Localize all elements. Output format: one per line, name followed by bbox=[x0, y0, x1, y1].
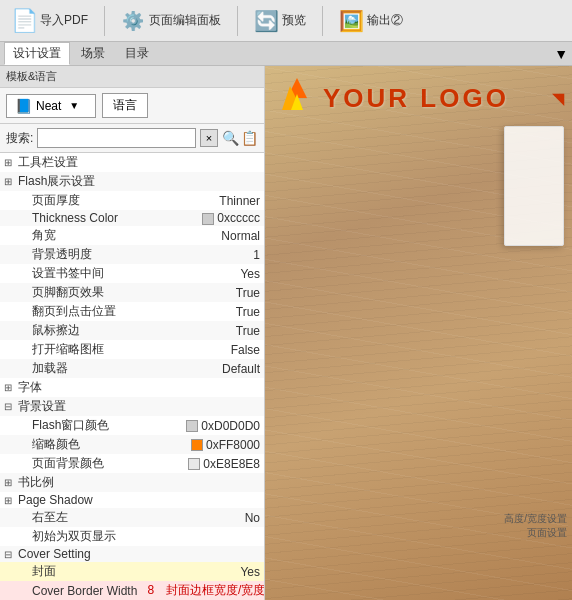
toolbar-settings-group[interactable]: ⊞ 工具栏设置 bbox=[0, 153, 264, 172]
font-group[interactable]: ⊞ 字体 bbox=[0, 378, 264, 397]
footer-effect-item[interactable]: 页脚翻页效果 True bbox=[0, 283, 264, 302]
import-pdf-label: 导入PDF bbox=[40, 12, 88, 29]
expand-icon: ⊞ bbox=[4, 495, 18, 506]
page-preview-area bbox=[504, 126, 564, 246]
page-thickness-item[interactable]: 页面厚度 Thinner bbox=[0, 191, 264, 210]
template-icon: 📘 bbox=[15, 98, 32, 114]
tab-scene[interactable]: 场景 bbox=[72, 42, 114, 65]
preview-icon: 🔄 bbox=[254, 9, 278, 33]
two-page-item[interactable]: 初始为双页显示 bbox=[0, 527, 264, 546]
open-thumb-item[interactable]: 打开缩略图框 False bbox=[0, 340, 264, 359]
preview-button[interactable]: 🔄 预览 bbox=[248, 7, 312, 35]
expand-icon: ⊟ bbox=[4, 401, 18, 412]
tree-area[interactable]: ⊞ 工具栏设置 ⊞ Flash展示设置 页面厚度 Thinner Thickne… bbox=[0, 153, 264, 600]
thickness-color-item[interactable]: Thickness Color 0xccccc bbox=[0, 210, 264, 226]
logo-flame-icon bbox=[277, 78, 317, 118]
search-input[interactable] bbox=[37, 128, 196, 148]
flash-settings-group[interactable]: ⊞ Flash展示设置 bbox=[0, 172, 264, 191]
search-clear-button[interactable]: × bbox=[200, 129, 218, 147]
right-panel: YOUR LOGO ◥ 高度/宽度设置 页面设置 bbox=[265, 66, 572, 600]
output-button[interactable]: 🖼️ 输出② bbox=[333, 7, 409, 35]
import-pdf-button[interactable]: 📄 导入PDF bbox=[6, 7, 94, 35]
template-dropdown-icon: ▼ bbox=[69, 100, 79, 111]
wood-texture-bg: YOUR LOGO ◥ 高度/宽度设置 页面设置 bbox=[265, 66, 572, 600]
cover-border-width-item[interactable]: Cover Border Width 8 封面边框宽度/宽度 bbox=[0, 581, 264, 600]
expand-icon: ⊞ bbox=[4, 176, 18, 187]
page-editor-button[interactable]: ⚙️ 页面编辑面板 bbox=[115, 7, 227, 35]
right-to-left-item[interactable]: 右至左 No bbox=[0, 508, 264, 527]
ratio-group[interactable]: ⊞ 书比例 bbox=[0, 473, 264, 492]
main-area: 模板&语言 📘 Neat ▼ 语言 搜索: × 🔍 📋 ⊞ bbox=[0, 66, 572, 600]
bg-opacity-item[interactable]: 背景透明度 1 bbox=[0, 245, 264, 264]
bookmarks-item[interactable]: 设置书签中间 Yes bbox=[0, 264, 264, 283]
logo-text: YOUR LOGO bbox=[323, 83, 509, 114]
pdf-icon: 📄 bbox=[12, 9, 36, 33]
expand-icon: ⊞ bbox=[4, 477, 18, 488]
logo-area: YOUR LOGO ◥ bbox=[265, 66, 572, 124]
color-swatch bbox=[186, 420, 198, 432]
corner-note: 高度/宽度设置 页面设置 bbox=[504, 512, 567, 540]
page-editor-label: 页面编辑面板 bbox=[149, 12, 221, 29]
search-go-button[interactable]: 🔍 bbox=[222, 130, 239, 146]
dropdown-arrow[interactable]: ▼ bbox=[554, 46, 568, 62]
cover-setting-group[interactable]: ⊟ Cover Setting bbox=[0, 546, 264, 562]
editor-icon: ⚙️ bbox=[121, 9, 145, 33]
sep2 bbox=[237, 6, 238, 36]
search-action-icons: 🔍 📋 bbox=[222, 130, 258, 146]
tabs-row: 设计设置 场景 目录 ▼ bbox=[0, 42, 572, 66]
left-panel: 模板&语言 📘 Neat ▼ 语言 搜索: × 🔍 📋 ⊞ bbox=[0, 66, 265, 600]
tab-design-settings[interactable]: 设计设置 bbox=[4, 42, 70, 65]
flip-click-item[interactable]: 翻页到点击位置 True bbox=[0, 302, 264, 321]
expand-icon: ⊟ bbox=[4, 549, 18, 560]
color-swatch bbox=[191, 439, 203, 451]
search-settings-button[interactable]: 📋 bbox=[241, 130, 258, 146]
search-row: 搜索: × 🔍 📋 bbox=[0, 124, 264, 153]
logo-corner: ◥ bbox=[552, 89, 564, 108]
output-icon: 🖼️ bbox=[339, 9, 363, 33]
expand-icon: ⊞ bbox=[4, 157, 18, 168]
loader-item[interactable]: 加载器 Default bbox=[0, 359, 264, 378]
mouse-over-item[interactable]: 鼠标擦边 True bbox=[0, 321, 264, 340]
template-name: Neat bbox=[36, 99, 61, 113]
cover-item[interactable]: 封面 Yes bbox=[0, 562, 264, 581]
thumbnail-color-item[interactable]: 缩略颜色 0xFF8000 bbox=[0, 435, 264, 454]
bg-settings-group[interactable]: ⊟ 背景设置 bbox=[0, 397, 264, 416]
preview-label: 预览 bbox=[282, 12, 306, 29]
tab-toc[interactable]: 目录 bbox=[116, 42, 158, 65]
sep1 bbox=[104, 6, 105, 36]
corner-width-item[interactable]: 角宽 Normal bbox=[0, 226, 264, 245]
expand-icon: ⊞ bbox=[4, 382, 18, 393]
color-swatch bbox=[202, 213, 214, 225]
search-label: 搜索: bbox=[6, 130, 33, 147]
page-shadow-group[interactable]: ⊞ Page Shadow bbox=[0, 492, 264, 508]
color-swatch bbox=[188, 458, 200, 470]
main-toolbar: 📄 导入PDF ⚙️ 页面编辑面板 🔄 预览 🖼️ 输出② bbox=[0, 0, 572, 42]
language-button[interactable]: 语言 bbox=[102, 93, 148, 118]
output-label: 输出② bbox=[367, 12, 403, 29]
flash-window-color-item[interactable]: Flash窗口颜色 0xD0D0D0 bbox=[0, 416, 264, 435]
template-lang-header: 模板&语言 bbox=[0, 66, 264, 88]
page-bg-color-item[interactable]: 页面背景颜色 0xE8E8E8 bbox=[0, 454, 264, 473]
template-select-button[interactable]: 📘 Neat ▼ bbox=[6, 94, 96, 118]
sep3 bbox=[322, 6, 323, 36]
template-lang-row: 📘 Neat ▼ 语言 bbox=[0, 88, 264, 124]
